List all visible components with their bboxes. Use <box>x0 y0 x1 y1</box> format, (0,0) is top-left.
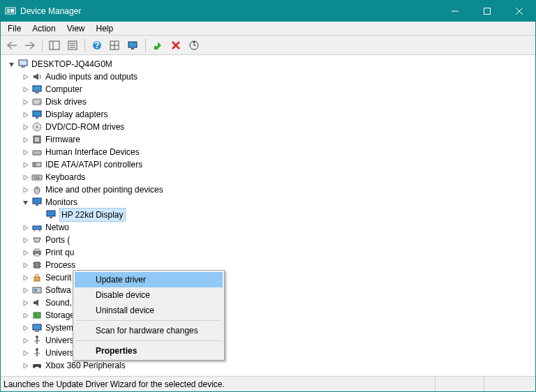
firmware-icon <box>31 134 43 145</box>
svg-rect-52 <box>33 226 41 229</box>
menu-scan-hardware[interactable]: Scan for hardware changes <box>75 323 223 338</box>
close-button[interactable] <box>503 1 535 22</box>
system-icon <box>31 322 43 333</box>
tree-item-mice[interactable]: Mice and other pointing devices <box>2 183 534 196</box>
svg-rect-49 <box>36 204 38 206</box>
tree-item-disk[interactable]: Disk drives <box>2 96 534 108</box>
device-tree[interactable]: DESKTOP-JQ44G0M Audio inputs and outputs… <box>1 55 535 376</box>
chevron-right-icon[interactable] <box>20 285 30 295</box>
svg-rect-44 <box>38 176 39 177</box>
computer-icon <box>31 84 43 95</box>
tree-item-ide[interactable]: IDE ATA/ATAPI controllers <box>2 158 534 171</box>
svg-rect-25 <box>19 60 27 66</box>
tree-item-audio[interactable]: Audio inputs and outputs <box>2 70 534 83</box>
scan-hardware-button[interactable] <box>186 38 202 53</box>
software-icon <box>31 285 43 296</box>
chevron-right-icon[interactable] <box>20 84 30 94</box>
enable-button[interactable] <box>149 38 166 53</box>
tree-item-hp-display[interactable]: HP 22kd Display <box>2 209 534 221</box>
tree-item-monitors[interactable]: Monitors <box>2 196 534 209</box>
forward-button[interactable] <box>22 38 38 53</box>
menu-properties[interactable]: Properties <box>75 343 223 359</box>
menu-action[interactable]: Action <box>27 22 61 35</box>
svg-rect-42 <box>34 176 35 177</box>
chevron-right-icon[interactable] <box>20 348 30 358</box>
chevron-right-icon[interactable] <box>20 160 30 169</box>
chevron-right-icon[interactable] <box>20 110 30 119</box>
menu-separator <box>76 320 221 321</box>
tree-item-print[interactable]: Print qu <box>2 246 534 259</box>
ports-icon <box>31 234 43 246</box>
svg-rect-50 <box>47 211 55 216</box>
help-button[interactable]: ? <box>89 38 105 53</box>
show-hide-tree-button[interactable] <box>46 38 63 53</box>
svg-rect-8 <box>50 41 59 50</box>
svg-rect-32 <box>36 117 38 119</box>
tree-item-keyboards[interactable]: Keyboards <box>2 171 534 183</box>
update-driver-button[interactable] <box>125 38 142 53</box>
svg-rect-1 <box>7 9 10 10</box>
svg-point-70 <box>36 336 38 338</box>
tree-item-computer[interactable]: Computer <box>2 83 534 96</box>
svg-rect-26 <box>21 66 25 68</box>
tree-item-firmware[interactable]: Firmware <box>2 133 534 146</box>
chevron-right-icon[interactable] <box>20 260 30 270</box>
svg-rect-58 <box>34 262 40 268</box>
tree-item-hid[interactable]: Human Interface Devices <box>2 146 534 158</box>
chevron-right-icon[interactable] <box>20 147 30 157</box>
status-text: Launches the Update Driver Wizard for th… <box>3 379 435 389</box>
chevron-right-icon[interactable] <box>20 298 30 308</box>
svg-rect-57 <box>35 254 39 256</box>
status-pane <box>435 377 484 391</box>
chevron-right-icon[interactable] <box>20 97 30 107</box>
uninstall-button[interactable] <box>168 38 184 53</box>
svg-rect-31 <box>33 111 41 116</box>
hid-icon <box>31 146 43 158</box>
ide-icon <box>31 159 43 170</box>
chevron-right-icon[interactable] <box>20 310 30 320</box>
back-button[interactable] <box>3 38 20 53</box>
chevron-right-icon[interactable] <box>20 235 30 245</box>
minimize-button[interactable] <box>439 1 471 22</box>
chevron-right-icon[interactable] <box>20 248 30 257</box>
svg-rect-2 <box>7 11 10 13</box>
svg-rect-21 <box>154 46 158 50</box>
maximize-button[interactable] <box>471 1 503 22</box>
tree-item-network[interactable]: Netwo <box>2 221 534 234</box>
tree-item-display[interactable]: Display adapters <box>2 108 534 121</box>
chevron-right-icon[interactable] <box>20 273 30 282</box>
menu-disable-device[interactable]: Disable device <box>75 287 223 303</box>
titlebar: Device Manager <box>1 1 535 22</box>
action-button[interactable] <box>107 38 124 53</box>
chevron-right-icon[interactable] <box>20 323 30 333</box>
menu-uninstall-device[interactable]: Uninstall device <box>75 303 223 318</box>
svg-rect-37 <box>33 151 41 155</box>
chevron-right-icon[interactable] <box>20 72 30 82</box>
chevron-right-icon[interactable] <box>20 135 30 144</box>
properties-button[interactable] <box>64 38 81 53</box>
app-icon <box>5 6 16 17</box>
monitor-icon <box>31 197 43 208</box>
disk-icon <box>31 96 43 107</box>
svg-rect-3 <box>10 9 14 13</box>
menu-update-driver[interactable]: Update driver <box>75 272 223 287</box>
chevron-down-icon[interactable] <box>6 59 16 69</box>
chevron-right-icon[interactable] <box>20 122 30 132</box>
tree-item-xbox[interactable]: Xbox 360 Peripherals <box>2 359 534 372</box>
menu-view[interactable]: View <box>61 22 91 35</box>
menu-file[interactable]: File <box>2 22 27 35</box>
chevron-right-icon[interactable] <box>20 185 30 195</box>
chevron-right-icon[interactable] <box>20 336 30 345</box>
chevron-right-icon[interactable] <box>20 361 30 370</box>
menu-help[interactable]: Help <box>91 22 119 35</box>
svg-rect-5 <box>484 8 491 15</box>
tree-root[interactable]: DESKTOP-JQ44G0M <box>2 58 534 70</box>
computer-icon <box>17 59 29 70</box>
tree-item-ports[interactable]: Ports ( <box>2 234 534 246</box>
chevron-right-icon[interactable] <box>20 172 30 182</box>
tree-item-dvd[interactable]: DVD/CD-ROM drives <box>2 121 534 133</box>
svg-rect-51 <box>50 217 52 218</box>
tree-root-label: DESKTOP-JQ44G0M <box>31 58 112 70</box>
chevron-down-icon[interactable] <box>20 197 30 207</box>
chevron-right-icon[interactable] <box>20 223 30 232</box>
